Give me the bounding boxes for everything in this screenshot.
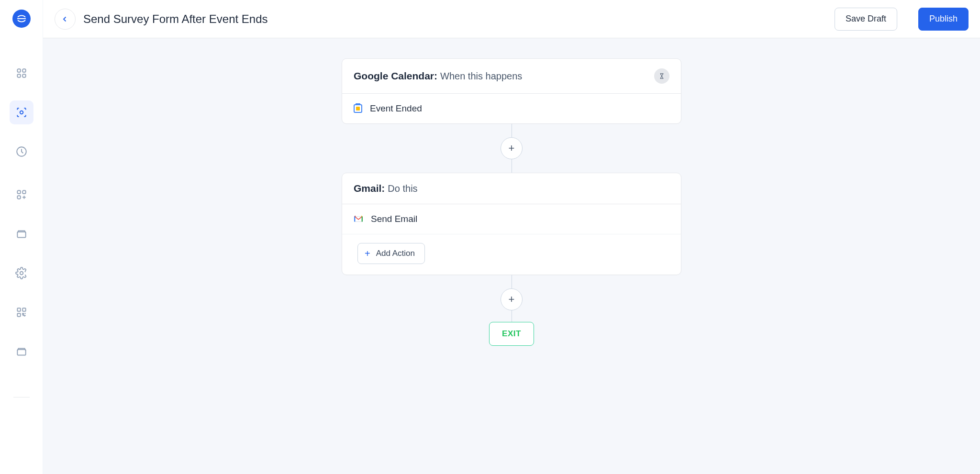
archive-icon: [15, 345, 28, 358]
svg-point-4: [20, 111, 23, 114]
svg-rect-0: [17, 69, 21, 72]
sidebar-item-workflows[interactable]: [10, 100, 33, 124]
main-area: Send Survey Form After Event Ends Save D…: [43, 0, 980, 474]
sidebar-nav-group-1: [10, 61, 33, 164]
google-calendar-icon: [354, 104, 362, 113]
inbox-icon: [15, 228, 28, 240]
save-draft-button[interactable]: Save Draft: [835, 8, 897, 31]
app-logo[interactable]: [12, 10, 31, 28]
action-card-footer: + Add Action: [342, 234, 681, 275]
sidebar-item-settings[interactable]: [10, 261, 33, 285]
connector-line: [512, 159, 512, 173]
trigger-card[interactable]: Google Calendar: When this happens Event…: [342, 58, 681, 124]
svg-rect-8: [17, 196, 21, 199]
sidebar-item-qr[interactable]: [10, 300, 33, 324]
sidebar-item-history[interactable]: [10, 140, 33, 164]
qr-icon: [15, 306, 28, 319]
svg-point-9: [20, 272, 23, 275]
pending-badge: [654, 68, 669, 84]
sidebar-item-add-apps[interactable]: [10, 183, 33, 207]
sidebar-item-archive[interactable]: [10, 340, 33, 364]
connector-line: [512, 310, 512, 322]
publish-button[interactable]: Publish: [918, 8, 969, 31]
action-service-label: Gmail:: [354, 183, 385, 194]
svg-rect-3: [22, 74, 25, 77]
top-bar: Send Survey Form After Event Ends Save D…: [43, 0, 980, 38]
logo-icon: [16, 13, 27, 24]
svg-rect-11: [22, 308, 25, 311]
add-action-label: Add Action: [376, 249, 415, 258]
plus-icon: +: [365, 249, 370, 258]
workflow-canvas[interactable]: Google Calendar: When this happens Event…: [43, 38, 980, 474]
add-step-button-1[interactable]: +: [501, 137, 523, 159]
action-event-label: Send Email: [371, 214, 417, 224]
grid-plus-icon: [15, 188, 28, 201]
hourglass-icon: [658, 72, 666, 80]
workflow-column: Google Calendar: When this happens Event…: [43, 58, 980, 346]
trigger-event-label: Event Ended: [370, 103, 422, 114]
action-subtitle: Do this: [388, 183, 417, 194]
trigger-subtitle: When this happens: [440, 71, 522, 82]
svg-rect-2: [17, 74, 21, 77]
history-icon: [15, 145, 28, 158]
left-sidebar: [0, 0, 43, 474]
gmail-icon: [354, 216, 363, 222]
action-card-header: Gmail: Do this: [342, 173, 681, 204]
page-title: Send Survey Form After Event Ends: [83, 12, 268, 26]
sidebar-nav-group-2: [10, 183, 33, 364]
target-focus-icon: [15, 106, 28, 119]
svg-rect-7: [22, 190, 25, 194]
svg-rect-1: [22, 69, 25, 72]
trigger-service-label: Google Calendar:: [354, 70, 437, 82]
trigger-event-row[interactable]: Event Ended: [342, 94, 681, 123]
exit-node[interactable]: EXIT: [489, 322, 534, 346]
grid-icon: [15, 67, 28, 79]
svg-rect-6: [17, 190, 21, 194]
action-event-row[interactable]: Send Email: [342, 204, 681, 234]
back-button[interactable]: [55, 9, 76, 30]
add-step-button-2[interactable]: +: [501, 288, 523, 310]
connector-line: [512, 124, 512, 137]
svg-rect-12: [17, 313, 21, 317]
sidebar-item-inbox[interactable]: [10, 222, 33, 246]
add-action-button[interactable]: + Add Action: [357, 243, 425, 264]
chevron-left-icon: [61, 15, 69, 23]
sidebar-item-apps[interactable]: [10, 61, 33, 85]
action-card[interactable]: Gmail: Do this Send Email + Add Action: [342, 173, 681, 275]
sidebar-divider: [13, 397, 30, 397]
trigger-card-header: Google Calendar: When this happens: [342, 59, 681, 94]
gear-icon: [15, 267, 28, 279]
connector-line: [512, 275, 512, 288]
svg-rect-10: [17, 308, 21, 311]
